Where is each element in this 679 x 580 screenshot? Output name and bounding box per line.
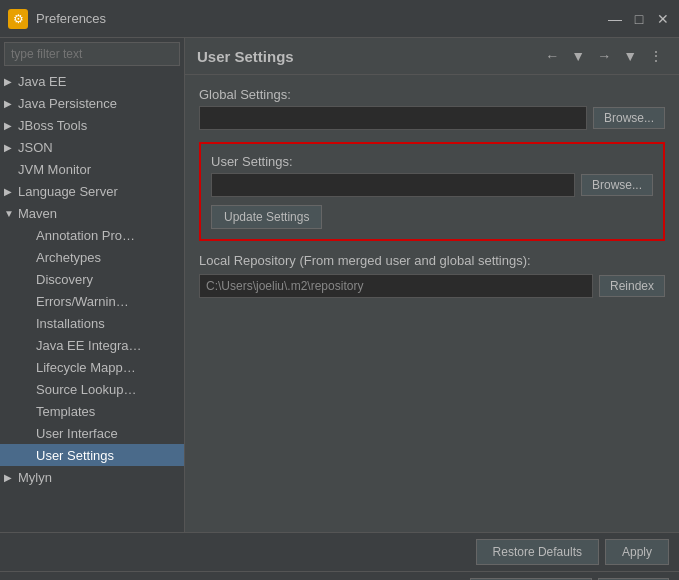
window-title: Preferences xyxy=(36,11,607,26)
expand-arrow: ▶ xyxy=(4,120,18,131)
sidebar-item-java-ee-integration[interactable]: Java EE Integra… xyxy=(0,334,184,356)
global-settings-field: Global Settings: Browse... xyxy=(199,87,665,130)
sidebar-item-label: Archetypes xyxy=(36,250,101,265)
user-settings-browse-button[interactable]: Browse... xyxy=(581,174,653,196)
sidebar-item-annotation-processing[interactable]: Annotation Pro… xyxy=(0,224,184,246)
sidebar-item-archetypes[interactable]: Archetypes xyxy=(0,246,184,268)
sidebar-item-templates[interactable]: Templates xyxy=(0,400,184,422)
window-controls: — □ ✕ xyxy=(607,11,671,27)
sidebar-item-label: Java EE Integra… xyxy=(36,338,142,353)
content-title: User Settings xyxy=(197,48,294,65)
minimize-button[interactable]: — xyxy=(607,11,623,27)
sidebar-item-lifecycle-mappings[interactable]: Lifecycle Mapp… xyxy=(0,356,184,378)
apply-button[interactable]: Apply xyxy=(605,539,669,565)
header-actions: ← ▼ → ▼ ⋮ xyxy=(541,46,667,66)
title-bar: ⚙ Preferences — □ ✕ xyxy=(0,0,679,38)
sidebar-item-jvm-monitor[interactable]: JVM Monitor xyxy=(0,158,184,180)
sidebar-item-label: Source Lookup… xyxy=(36,382,136,397)
sidebar-item-label: JVM Monitor xyxy=(18,162,91,177)
forward-dropdown-button[interactable]: ▼ xyxy=(619,46,641,66)
sidebar-item-java-ee[interactable]: ▶ Java EE xyxy=(0,70,184,92)
content-area: User Settings ← ▼ → ▼ ⋮ Global Settings:… xyxy=(185,38,679,532)
reindex-button[interactable]: Reindex xyxy=(599,275,665,297)
global-settings-input[interactable] xyxy=(199,106,587,130)
local-repo-label: Local Repository (From merged user and g… xyxy=(199,253,665,268)
global-settings-browse-button[interactable]: Browse... xyxy=(593,107,665,129)
expand-arrow: ▶ xyxy=(4,186,18,197)
sidebar-item-maven[interactable]: ▼ Maven xyxy=(0,202,184,224)
sidebar-item-source-lookup[interactable]: Source Lookup… xyxy=(0,378,184,400)
back-button[interactable]: ← xyxy=(541,46,563,66)
sidebar-item-label: JBoss Tools xyxy=(18,118,87,133)
bottom-bar-top: Restore Defaults Apply xyxy=(0,533,679,571)
sidebar-item-label: Installations xyxy=(36,316,105,331)
close-button[interactable]: ✕ xyxy=(655,11,671,27)
sidebar-item-label: Mylyn xyxy=(18,470,52,485)
user-settings-input-row: Browse... xyxy=(211,173,653,197)
local-repository-field: Local Repository (From merged user and g… xyxy=(199,253,665,298)
restore-defaults-button[interactable]: Restore Defaults xyxy=(476,539,599,565)
sidebar-item-json[interactable]: ▶ JSON xyxy=(0,136,184,158)
bottom-bar: Restore Defaults Apply ? ⇧ ⇩ ↻ Apply and… xyxy=(0,532,679,580)
sidebar-item-label: User Interface xyxy=(36,426,118,441)
repo-path-row: Reindex xyxy=(199,274,665,298)
expand-arrow: ▶ xyxy=(4,98,18,109)
sidebar-item-label: JSON xyxy=(18,140,53,155)
sidebar-item-mylyn[interactable]: ▶ Mylyn xyxy=(0,466,184,488)
expand-arrow: ▶ xyxy=(4,76,18,87)
user-settings-input[interactable] xyxy=(211,173,575,197)
sidebar-item-installations[interactable]: Installations xyxy=(0,312,184,334)
sidebar-item-java-persistence[interactable]: ▶ Java Persistence xyxy=(0,92,184,114)
sidebar-item-user-interface[interactable]: User Interface xyxy=(0,422,184,444)
sidebar-item-label: Errors/Warnin… xyxy=(36,294,129,309)
sidebar-item-discovery[interactable]: Discovery xyxy=(0,268,184,290)
maximize-button[interactable]: □ xyxy=(631,11,647,27)
back-dropdown-button[interactable]: ▼ xyxy=(567,46,589,66)
global-settings-input-row: Browse... xyxy=(199,106,665,130)
sidebar-item-label: Java EE xyxy=(18,74,66,89)
sidebar-item-label: User Settings xyxy=(36,448,114,463)
user-settings-box: User Settings: Browse... Update Settings xyxy=(199,142,665,241)
sidebar: ▶ Java EE ▶ Java Persistence ▶ JBoss Too… xyxy=(0,38,185,532)
forward-button[interactable]: → xyxy=(593,46,615,66)
more-options-button[interactable]: ⋮ xyxy=(645,46,667,66)
sidebar-item-errors-warnings[interactable]: Errors/Warnin… xyxy=(0,290,184,312)
bottom-bar-bottom: ? ⇧ ⇩ ↻ Apply and Close Cancel xyxy=(0,571,679,580)
sidebar-item-label: Language Server xyxy=(18,184,118,199)
global-settings-label: Global Settings: xyxy=(199,87,665,102)
sidebar-item-language-server[interactable]: ▶ Language Server xyxy=(0,180,184,202)
sidebar-item-label: Annotation Pro… xyxy=(36,228,135,243)
app-icon: ⚙ xyxy=(8,9,28,29)
content-body: Global Settings: Browse... User Settings… xyxy=(185,75,679,532)
main-layout: ▶ Java EE ▶ Java Persistence ▶ JBoss Too… xyxy=(0,38,679,532)
filter-input[interactable] xyxy=(4,42,180,66)
sidebar-item-label: Java Persistence xyxy=(18,96,117,111)
user-settings-label: User Settings: xyxy=(211,154,653,169)
sidebar-item-label: Discovery xyxy=(36,272,93,287)
sidebar-item-user-settings[interactable]: User Settings xyxy=(0,444,184,466)
sidebar-item-label: Maven xyxy=(18,206,57,221)
expand-arrow: ▶ xyxy=(4,472,18,483)
sidebar-item-label: Templates xyxy=(36,404,95,419)
repo-path-input[interactable] xyxy=(199,274,593,298)
content-header: User Settings ← ▼ → ▼ ⋮ xyxy=(185,38,679,75)
sidebar-tree: ▶ Java EE ▶ Java Persistence ▶ JBoss Too… xyxy=(0,70,184,532)
sidebar-item-label: Lifecycle Mapp… xyxy=(36,360,136,375)
expand-arrow: ▼ xyxy=(4,208,18,219)
update-settings-button[interactable]: Update Settings xyxy=(211,205,322,229)
sidebar-item-jboss-tools[interactable]: ▶ JBoss Tools xyxy=(0,114,184,136)
expand-arrow: ▶ xyxy=(4,142,18,153)
